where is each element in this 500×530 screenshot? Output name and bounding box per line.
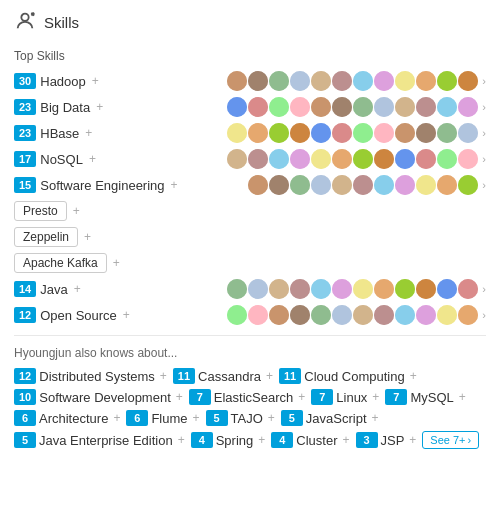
add-also-mysql[interactable]: + bbox=[459, 390, 466, 404]
skill-row-nosql: 17 NoSQL + › bbox=[14, 149, 486, 169]
add-also-architecture[interactable]: + bbox=[113, 411, 120, 425]
also-knows-grid: 12 Distributed Systems + 11 Cassandra + … bbox=[14, 368, 486, 449]
avatar bbox=[458, 305, 478, 325]
add-skill-kafka[interactable]: + bbox=[113, 256, 120, 270]
chevron-right-icon[interactable]: › bbox=[482, 283, 486, 295]
avatar bbox=[269, 97, 289, 117]
also-name: Architecture bbox=[39, 411, 108, 426]
avatar bbox=[458, 97, 478, 117]
also-item-jee: 5 Java Enterprise Edition + bbox=[14, 432, 185, 448]
avatars-bigdata[interactable]: › bbox=[227, 97, 486, 117]
avatars-hadoop[interactable]: › bbox=[227, 71, 486, 91]
skill-row-bigdata: 23 Big Data + › bbox=[14, 97, 486, 117]
also-name: Flume bbox=[151, 411, 187, 426]
chevron-right-icon[interactable]: › bbox=[482, 153, 486, 165]
avatar bbox=[311, 305, 331, 325]
add-also-softdev[interactable]: + bbox=[176, 390, 183, 404]
chevron-right-icon[interactable]: › bbox=[482, 75, 486, 87]
also-name: Linux bbox=[336, 390, 367, 405]
also-item-mysql: 7 MySQL + bbox=[385, 389, 465, 405]
chevron-right-icon[interactable]: › bbox=[482, 127, 486, 139]
also-count: 7 bbox=[189, 389, 211, 405]
add-also-spring[interactable]: + bbox=[258, 433, 265, 447]
avatar bbox=[458, 149, 478, 169]
add-also-jsp[interactable]: + bbox=[409, 433, 416, 447]
avatar bbox=[458, 71, 478, 91]
avatar bbox=[458, 279, 478, 299]
also-count: 5 bbox=[14, 432, 36, 448]
also-count: 12 bbox=[14, 368, 36, 384]
skill-name-presto: Presto bbox=[14, 201, 67, 221]
also-name: JavaScript bbox=[306, 411, 367, 426]
add-also-javascript[interactable]: + bbox=[372, 411, 379, 425]
skill-row-hadoop: 30 Hadoop + › bbox=[14, 71, 486, 91]
chevron-right-icon[interactable]: › bbox=[482, 101, 486, 113]
avatar bbox=[437, 305, 457, 325]
avatar bbox=[353, 149, 373, 169]
avatar bbox=[227, 97, 247, 117]
avatar bbox=[332, 71, 352, 91]
also-name: Cloud Computing bbox=[304, 369, 404, 384]
also-name: Cluster bbox=[296, 433, 337, 448]
add-skill-java[interactable]: + bbox=[74, 282, 81, 296]
avatar bbox=[311, 149, 331, 169]
avatar bbox=[290, 279, 310, 299]
avatar bbox=[374, 123, 394, 143]
top-skills-label: Top Skills bbox=[14, 49, 486, 63]
add-skill-bigdata[interactable]: + bbox=[96, 100, 103, 114]
skill-name-softeng: Software Engineering bbox=[40, 178, 164, 193]
chevron-right-icon[interactable]: › bbox=[482, 309, 486, 321]
avatar bbox=[458, 123, 478, 143]
avatars-java[interactable]: › bbox=[227, 279, 486, 299]
add-also-jee[interactable]: + bbox=[178, 433, 185, 447]
avatars-nosql[interactable]: › bbox=[227, 149, 486, 169]
avatars-softeng[interactable]: › bbox=[248, 175, 486, 195]
also-item-spring: 4 Spring + bbox=[191, 432, 266, 448]
add-also-linux[interactable]: + bbox=[372, 390, 379, 404]
chevron-right-icon[interactable]: › bbox=[482, 179, 486, 191]
avatar bbox=[416, 149, 436, 169]
avatar bbox=[437, 149, 457, 169]
also-name: Spring bbox=[216, 433, 254, 448]
add-also-tajo[interactable]: + bbox=[268, 411, 275, 425]
also-count: 7 bbox=[311, 389, 333, 405]
avatar bbox=[437, 175, 457, 195]
add-also-cluster[interactable]: + bbox=[342, 433, 349, 447]
add-skill-hadoop[interactable]: + bbox=[92, 74, 99, 88]
add-also-cloudcomputing[interactable]: + bbox=[410, 369, 417, 383]
avatar bbox=[311, 175, 331, 195]
skill-count-opensource: 12 bbox=[14, 307, 36, 323]
avatar bbox=[332, 305, 352, 325]
page-title: Skills bbox=[44, 14, 79, 31]
add-also-cassandra[interactable]: + bbox=[266, 369, 273, 383]
avatar bbox=[353, 305, 373, 325]
add-skill-opensource[interactable]: + bbox=[123, 308, 130, 322]
avatar bbox=[290, 71, 310, 91]
add-also-distributed[interactable]: + bbox=[160, 369, 167, 383]
add-skill-nosql[interactable]: + bbox=[89, 152, 96, 166]
add-skill-zeppelin[interactable]: + bbox=[84, 230, 91, 244]
skill-name-nosql: NoSQL bbox=[40, 152, 83, 167]
avatar bbox=[395, 305, 415, 325]
see-more-button[interactable]: See 7+ › bbox=[422, 431, 479, 449]
also-count: 10 bbox=[14, 389, 36, 405]
avatars-opensource[interactable]: › bbox=[227, 305, 486, 325]
avatar bbox=[290, 97, 310, 117]
section-divider bbox=[14, 335, 486, 336]
also-count: 11 bbox=[279, 368, 301, 384]
skill-row-zeppelin: Zeppelin + bbox=[14, 227, 486, 247]
add-skill-presto[interactable]: + bbox=[73, 204, 80, 218]
add-skill-softeng[interactable]: + bbox=[171, 178, 178, 192]
avatar bbox=[416, 305, 436, 325]
also-count: 5 bbox=[206, 410, 228, 426]
add-also-flume[interactable]: + bbox=[193, 411, 200, 425]
add-also-elastic[interactable]: + bbox=[298, 390, 305, 404]
also-item-cluster: 4 Cluster + bbox=[271, 432, 349, 448]
also-count: 6 bbox=[14, 410, 36, 426]
avatars-hbase[interactable]: › bbox=[227, 123, 486, 143]
avatar bbox=[416, 279, 436, 299]
also-count: 5 bbox=[281, 410, 303, 426]
skill-name-zeppelin: Zeppelin bbox=[14, 227, 78, 247]
add-skill-hbase[interactable]: + bbox=[85, 126, 92, 140]
avatar bbox=[353, 279, 373, 299]
